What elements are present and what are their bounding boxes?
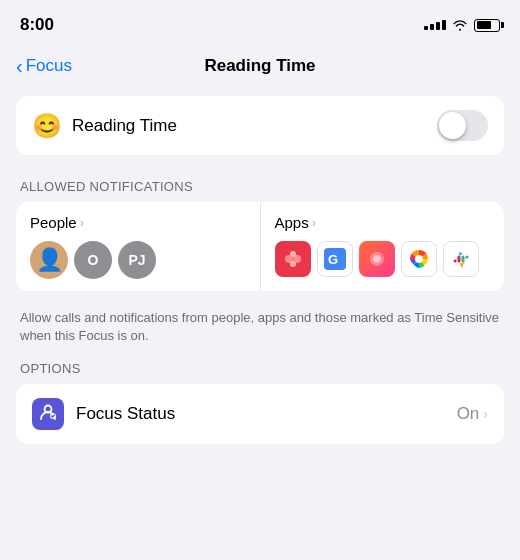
status-icons — [424, 19, 500, 32]
status-bar: 8:00 — [0, 0, 520, 44]
focus-status-label: Focus Status — [76, 404, 445, 424]
focus-status-icon-container — [32, 398, 64, 430]
status-time: 8:00 — [20, 15, 54, 35]
focus-status-value: On › — [457, 404, 488, 424]
app-icon-photos — [401, 241, 437, 277]
reading-time-label: Reading Time — [72, 116, 177, 136]
notifications-card: People › O PJ Apps › — [16, 202, 504, 291]
focus-status-chevron-icon: › — [483, 406, 488, 422]
people-chevron-icon: › — [80, 215, 84, 230]
avatar-person-1 — [30, 241, 68, 279]
apps-title: Apps — [275, 214, 309, 231]
apps-column[interactable]: Apps › G — [261, 202, 505, 291]
app-icon-slack — [443, 241, 479, 277]
app-icon-1 — [275, 241, 311, 277]
options-card: Focus Status On › — [16, 384, 504, 444]
wifi-icon — [452, 19, 468, 31]
page-title: Reading Time — [204, 56, 315, 76]
focus-status-on: On — [457, 404, 480, 424]
people-column[interactable]: People › O PJ — [16, 202, 261, 291]
avatar-person-3: PJ — [118, 241, 156, 279]
svg-point-2 — [290, 251, 296, 257]
people-avatars: O PJ — [30, 241, 246, 279]
svg-point-6 — [415, 255, 423, 263]
battery-icon — [474, 19, 500, 32]
app-icon-3 — [359, 241, 395, 277]
apps-chevron-icon: › — [312, 215, 316, 230]
back-chevron-icon: ‹ — [16, 56, 23, 76]
allowed-notifications-label: ALLOWED NOTIFICATIONS — [16, 179, 504, 194]
options-label: OPTIONS — [16, 361, 504, 376]
focus-status-row[interactable]: Focus Status On › — [16, 384, 504, 444]
toggle-knob — [439, 112, 466, 139]
app-icon-google: G — [317, 241, 353, 277]
back-label: Focus — [26, 56, 72, 76]
svg-point-3 — [290, 261, 296, 267]
focus-status-icon — [38, 402, 58, 427]
back-button[interactable]: ‹ Focus — [16, 56, 72, 76]
svg-text:G: G — [328, 252, 338, 267]
main-content: 😊 Reading Time ALLOWED NOTIFICATIONS Peo… — [0, 88, 520, 452]
reading-time-card: 😊 Reading Time — [16, 96, 504, 155]
notifications-description: Allow calls and notifications from peopl… — [16, 301, 504, 361]
nav-header: ‹ Focus Reading Time — [0, 44, 520, 88]
people-title: People — [30, 214, 77, 231]
avatar-person-2: O — [74, 241, 112, 279]
apps-icons: G — [275, 241, 491, 277]
reading-time-toggle[interactable] — [437, 110, 488, 141]
signal-icon — [424, 20, 446, 30]
reading-time-emoji: 😊 — [32, 114, 62, 138]
